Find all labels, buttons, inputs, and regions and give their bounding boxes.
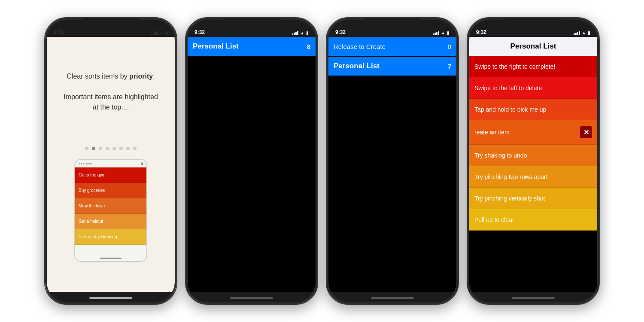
tip-item-8: Pull up to clear	[468, 209, 599, 231]
release-count: 0	[448, 43, 451, 50]
screen-3: Release to Create 0 Personal List 7	[327, 37, 458, 292]
notch-1	[83, 18, 139, 30]
battery-icon-4: ▮	[588, 30, 590, 35]
tip-text-7: Try pinching vertically shut	[474, 195, 545, 202]
dot-3	[99, 147, 102, 150]
mini-item-5: Pick up dry cleaning	[75, 229, 146, 245]
mini-battery: ▮	[141, 162, 143, 165]
home-bar-4	[512, 297, 555, 299]
mini-phone: RWS ▮ Go to the gym Buy groceries Mow th…	[74, 159, 147, 262]
mini-phone-container: RWS ▮ Go to the gym Buy groceries Mow th…	[74, 159, 147, 262]
home-indicator-2	[186, 292, 317, 304]
time-1: 9:31	[54, 29, 64, 35]
list-header-count-2: 8	[307, 43, 310, 50]
dot-4	[106, 147, 109, 150]
mini-carrier-name: RWS	[86, 162, 92, 165]
wifi-icon-1: ▲	[159, 30, 164, 35]
battery-icon-1: ▮	[165, 30, 168, 35]
home-indicator-3	[327, 292, 458, 304]
home-bar-1	[89, 297, 132, 299]
priority-bold: priority	[129, 73, 153, 80]
tip-text-8: Pull up to clear	[474, 216, 514, 223]
tip-item-1: Swipe to the right to complete!	[468, 56, 599, 77]
status-icons-2: ▲ ▮	[292, 30, 309, 35]
mini-home-line	[100, 258, 122, 259]
phone4-header: Personal List	[468, 37, 599, 56]
personal-list-count-3: 7	[448, 63, 451, 70]
tip-text-1: Swipe to the right to complete!	[474, 63, 555, 70]
phone-1: 9:31 ▲ ▮ Clear sorts items by priority. …	[44, 17, 177, 305]
mini-dot-3	[83, 163, 84, 164]
tip-item-7: Try pinching vertically shut	[468, 188, 599, 209]
onboarding-line1: Clear sorts items by priority.	[64, 71, 158, 82]
home-bar-2	[230, 297, 273, 299]
home-indicator-4	[468, 292, 599, 304]
status-icons-3: ▲ ▮	[433, 30, 450, 35]
dot-8	[133, 147, 137, 150]
dot-7	[126, 147, 130, 150]
wifi-icon-2: ▲	[300, 30, 304, 35]
wifi-icon-3: ▲	[441, 30, 445, 35]
signal-icon-2	[292, 31, 298, 35]
dot-2	[92, 147, 95, 150]
tip-text-6: Try pinching two rows apart	[474, 173, 548, 180]
dot-1	[85, 147, 88, 150]
personal-list-title-3: Personal List	[334, 62, 380, 70]
home-bar-3	[371, 297, 414, 299]
release-text: Release to Create	[334, 43, 386, 50]
mini-item-3: Mow the lawn	[75, 198, 146, 214]
time-4: 9:32	[476, 29, 486, 35]
phone-2: 9:32 ▲ ▮ Personal List 8	[185, 17, 318, 305]
notch-4	[505, 18, 561, 30]
mini-carrier: RWS	[79, 162, 92, 165]
time-3: 9:32	[335, 29, 346, 35]
phone-4: 9:32 ▲ ▮ Personal List Swipe to the righ…	[467, 17, 600, 305]
mini-dot-2	[81, 163, 82, 164]
tip-text-2: Swipe to the left to delete	[474, 85, 542, 91]
dot-6	[119, 147, 123, 150]
release-bar: Release to Create 0	[327, 37, 458, 56]
signal-icon-1	[151, 31, 158, 35]
signal-icon-4	[574, 31, 580, 35]
status-icons-4: ▲ ▮	[574, 30, 590, 35]
tip-text-3: Tap and hold to pick me up	[474, 106, 546, 113]
pagination-dots	[85, 147, 137, 150]
home-indicator-1	[45, 292, 176, 304]
mini-item-1: Go to the gym	[75, 167, 146, 183]
mini-home-bar	[75, 255, 146, 261]
tip-text-5: Try shaking to undo	[474, 152, 527, 159]
tip-item-3: Tap and hold to pick me up	[468, 99, 599, 120]
tip-text-4: reate an item	[474, 129, 510, 136]
notch-3	[365, 18, 420, 30]
mini-item-4: Get a haircut	[75, 214, 146, 229]
battery-icon-3: ▮	[447, 30, 450, 35]
tip-item-4: reate an item ✕	[468, 120, 599, 145]
tip-item-2: Swipe to the left to delete	[468, 77, 599, 99]
screen-4: Personal List Swipe to the right to comp…	[468, 37, 599, 292]
notch-2	[224, 18, 279, 30]
empty-area-4	[468, 231, 599, 292]
phone-3: 9:32 ▲ ▮ Release to Create 0 Personal Li…	[326, 17, 459, 305]
phone4-header-title: Personal List	[510, 42, 556, 51]
mini-dot-1	[79, 163, 80, 164]
tip-item-6: Try pinching two rows apart	[468, 166, 599, 188]
wifi-icon-4: ▲	[582, 30, 586, 35]
mini-item-2: Buy groceries	[75, 183, 146, 198]
signal-icon-3	[433, 31, 439, 35]
empty-list-area-2	[186, 56, 317, 292]
time-2: 9:32	[194, 29, 205, 35]
close-button[interactable]: ✕	[580, 126, 592, 138]
screen-1: Clear sorts items by priority. Important…	[45, 37, 176, 292]
battery-icon-2: ▮	[306, 30, 309, 35]
list-header-title-2: Personal List	[193, 42, 239, 51]
tips-list: Swipe to the right to complete! Swipe to…	[468, 56, 599, 231]
onboarding-text: Clear sorts items by priority. Important…	[64, 71, 158, 112]
screen-2: Personal List 8	[186, 37, 317, 292]
onboarding-line2: Important items are highlightedat the to…	[64, 92, 158, 112]
empty-list-area-3	[327, 76, 458, 292]
tip-item-5: Try shaking to undo	[468, 145, 599, 166]
personal-list-bar-3: Personal List 7	[327, 57, 458, 76]
status-icons-1: ▲ ▮	[151, 30, 168, 35]
dot-5	[112, 147, 116, 150]
mini-status-bar: RWS ▮	[75, 160, 146, 167]
